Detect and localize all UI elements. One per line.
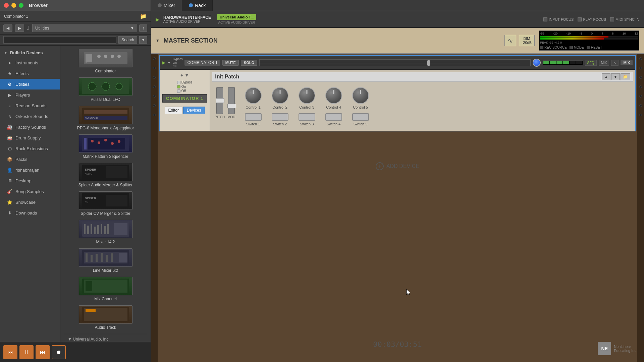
sidebar-item-drum-supply[interactable]: 🥁 Drum Supply	[0, 132, 60, 143]
sidebar-item-instruments[interactable]: ♦ Instruments	[0, 57, 60, 68]
folder-icon[interactable]: 📁	[140, 13, 147, 19]
reset-checkbox[interactable]	[587, 46, 590, 49]
comb-editor-tab[interactable]: Editor	[165, 107, 182, 114]
comb-waveform-button[interactable]: ∿	[611, 60, 619, 66]
mode-control[interactable]: MODE	[570, 46, 584, 49]
up-button[interactable]: ↑	[139, 24, 147, 32]
device-item-spider-audio[interactable]: SPIDER AUDIO Spider Audio Merger & Split…	[64, 163, 147, 187]
sidebar-item-players[interactable]: ▶ Players	[0, 89, 60, 100]
fold-icon[interactable]: ▼	[184, 72, 189, 78]
window-maximize-btn[interactable]	[19, 3, 23, 8]
utilities-dropdown[interactable]: Utilities ▾	[32, 24, 137, 32]
midi-sync-checkbox[interactable]	[610, 17, 614, 21]
add-device-area[interactable]: + ADD DEVICE	[158, 133, 637, 200]
waveform-button[interactable]: ∿	[504, 35, 516, 46]
device-item-mixer142[interactable]: Mixer 14:2	[64, 220, 147, 244]
input-focus-checkbox[interactable]	[543, 17, 547, 21]
vu-bar-fill-l	[540, 36, 608, 38]
comb-fold-icon[interactable]: ▼	[167, 61, 171, 65]
sidebar-item-rack-extensions[interactable]: ⬡ Rack Extensions	[0, 143, 60, 154]
device-item-audio-track[interactable]: Audio Track	[64, 305, 147, 330]
built-in-devices-header[interactable]: ▼ Built-in Devices	[0, 48, 60, 57]
mode-checkbox[interactable]	[570, 46, 573, 49]
device-item-matrix[interactable]: Matrix Pattern Sequencer	[64, 134, 147, 159]
rec-source-control[interactable]: REC SOURCE	[540, 46, 567, 49]
pitch-fader-track[interactable]	[216, 87, 223, 114]
device-item-spider-cv[interactable]: SPIDER CV Spider CV Merger & Splitter	[64, 191, 147, 216]
comb-mix-button[interactable]: MIX	[599, 60, 609, 66]
reset-control[interactable]: RESET	[587, 46, 602, 49]
sidebar-item-reason-sounds[interactable]: ♪ Reason Sounds	[0, 100, 60, 111]
search-input[interactable]	[3, 36, 116, 44]
spider-audio-thumb-svg: SPIDER AUDIO	[82, 165, 129, 180]
dim-button[interactable]: DIM -20dB	[519, 35, 535, 46]
bypass-item-bypass[interactable]: Bypass	[177, 80, 193, 84]
switch-1-button[interactable]	[245, 113, 262, 121]
record-button[interactable]: ⏺	[52, 345, 66, 359]
rec-source-checkbox[interactable]	[540, 46, 543, 49]
device-item-combinator[interactable]: II Combinator	[64, 49, 147, 73]
device-item-rpg8[interactable]: KEYBOARD RPG-8 Monophonic Arpeggiator	[64, 106, 147, 130]
sidebar-item-rishabhrajan[interactable]: 👤 rishabhrajan	[0, 165, 60, 175]
tab-rack[interactable]: Rack	[182, 0, 213, 11]
forward-button[interactable]: ▶	[15, 24, 24, 32]
tab-mixer[interactable]: Mixer	[151, 0, 182, 11]
control-3-knob[interactable]	[299, 87, 315, 104]
svg-point-22	[118, 140, 120, 143]
pause-button[interactable]: ⏸	[19, 345, 34, 359]
plug-icon-left[interactable]: ●	[180, 72, 183, 78]
search-options-button[interactable]: ▾	[139, 36, 147, 44]
comb-mute-button[interactable]: MUTE	[222, 60, 239, 66]
mod-fader-track[interactable]	[228, 87, 235, 114]
nle-box: NE	[598, 342, 611, 355]
play-focus-item[interactable]: PLAY FOCUS	[578, 17, 606, 21]
device-item-pulsar[interactable]: Pulsar Dual LFO	[64, 77, 147, 102]
hw-expand-arrow[interactable]: ▶	[156, 17, 159, 22]
sidebar-item-downloads[interactable]: ⬇ Downloads	[0, 207, 60, 218]
back-button[interactable]: ◀	[3, 24, 12, 32]
sidebar-item-orkester-sounds[interactable]: ♫ Orkester Sounds	[0, 111, 60, 122]
input-focus-item[interactable]: INPUT FOCUS	[543, 17, 574, 21]
search-button[interactable]: Search	[118, 36, 137, 44]
device-thumbnail-matrix	[79, 134, 132, 153]
sidebar-item-song-samples[interactable]: 🎸 Song Samples	[0, 186, 60, 197]
switch-5-button[interactable]	[352, 113, 369, 121]
window-minimize-btn[interactable]	[11, 3, 16, 8]
patch-nav-down[interactable]: ▼	[611, 73, 620, 80]
downloads-icon: ⬇	[7, 210, 13, 216]
comb-expand-arrow[interactable]: ▶	[162, 60, 165, 65]
control-4-knob[interactable]	[325, 87, 342, 104]
pitch-fader-handle[interactable]	[216, 98, 224, 103]
window-close-btn[interactable]	[4, 3, 9, 8]
sidebar-item-utilities[interactable]: ⚙ Utilities	[0, 79, 60, 89]
patch-folder-btn[interactable]: 📁	[621, 73, 630, 80]
sidebar-item-packs[interactable]: 📦 Packs	[0, 154, 60, 165]
sidebar-item-factory-sounds[interactable]: 🏭 Factory Sounds	[0, 122, 60, 132]
switch-4-button[interactable]	[325, 113, 342, 121]
patch-nav-up[interactable]: ▲	[602, 73, 610, 80]
play-focus-checkbox[interactable]	[578, 17, 582, 21]
mod-fader-handle[interactable]	[227, 104, 236, 108]
device-item-linemix[interactable]: Line Mixer 6:2	[64, 248, 147, 273]
comb-pan-knob[interactable]	[533, 59, 541, 67]
bypass-item-on[interactable]: On	[177, 85, 193, 88]
comb-devices-tab[interactable]: Devices	[183, 107, 205, 114]
comb-fader-area[interactable]	[259, 59, 531, 66]
rewind-button[interactable]: ⏮	[3, 345, 17, 359]
master-fold-arrow[interactable]: ▼	[156, 38, 160, 43]
control-5-knob[interactable]	[352, 87, 369, 104]
comb-solo-button[interactable]: SOLO	[241, 60, 257, 66]
comb-fader-handle[interactable]	[427, 60, 430, 66]
rack-hole	[153, 57, 156, 60]
control-2-knob[interactable]	[272, 87, 288, 104]
switch-3-button[interactable]	[299, 113, 315, 121]
sidebar-item-desktop[interactable]: 🖥 Desktop	[0, 175, 60, 186]
skip-forward-button[interactable]: ⏭	[36, 345, 50, 359]
sidebar-item-showcase[interactable]: ⭐ Showcase	[0, 197, 60, 207]
control-1-knob[interactable]	[245, 87, 262, 104]
comb-seq-button[interactable]: SEQ	[585, 60, 597, 66]
sidebar-item-effects[interactable]: ★ Effects	[0, 68, 60, 79]
device-item-mixchan[interactable]: Mix Channel	[64, 277, 147, 301]
switch-2-button[interactable]	[272, 113, 288, 121]
bypass-item-off[interactable]: Off	[177, 89, 193, 93]
